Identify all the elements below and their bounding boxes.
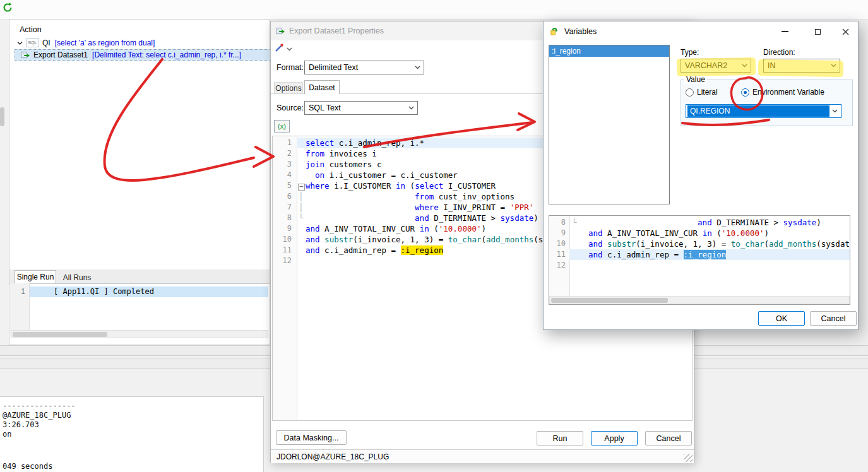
fold-margin [297, 138, 306, 148]
tree-node-label: QI [42, 38, 51, 47]
maximize-button[interactable] [809, 25, 826, 38]
source-dropdown[interactable]: SQL Text [304, 101, 418, 115]
literal-radio-label: Literal [697, 88, 718, 97]
close-button[interactable] [836, 25, 854, 38]
variable-list-item[interactable]: :i_region [549, 45, 669, 57]
line-number: 11 [549, 249, 569, 260]
chevron-down-icon [408, 106, 414, 110]
direction-label: Direction: [763, 48, 795, 57]
refresh-icon[interactable] [2, 2, 13, 13]
tab-all-runs[interactable]: All Runs [59, 271, 95, 283]
fold-margin [297, 170, 306, 180]
code-line: 10and substr(i_invoice, 1, 3) = to_char(… [549, 239, 850, 249]
tab-single-run[interactable]: Single Run [15, 270, 56, 283]
dropdown-caret-icon[interactable] [287, 44, 292, 53]
cancel-button[interactable]: Cancel [645, 431, 692, 445]
code-lines: 8└ and D_TERMINATE > sysdate)9and A_INV_… [549, 217, 850, 271]
cancel-button[interactable]: Cancel [810, 311, 857, 326]
line-number: 8 [273, 213, 297, 223]
direction-value: IN [768, 61, 776, 70]
environment-variable-value: QI.REGION [687, 105, 829, 117]
variables-titlebar[interactable]: Variables [544, 21, 858, 42]
environment-variable-radio[interactable]: Environment Variable [741, 88, 824, 97]
line-number: 4 [273, 170, 297, 180]
connection-status: JDORLON@AZURE_18C_PLUG [271, 451, 386, 463]
run-row[interactable]: [ App11.QI ] Completed [30, 286, 268, 297]
format-dropdown[interactable]: Delimited Text [304, 61, 424, 74]
radio-icon [686, 88, 694, 97]
fold-margin [297, 223, 306, 234]
code-line: 12 [549, 260, 850, 271]
run-list-hscrollbar [11, 330, 268, 338]
line-number: 6 [273, 191, 297, 202]
log-line: on [3, 430, 11, 439]
chevron-down-icon [415, 66, 420, 69]
data-masking-button[interactable]: Data Masking... [276, 430, 347, 445]
fold-margin: │ [297, 202, 306, 213]
properties-toolbar [275, 43, 292, 54]
run-tabs: Single Run All Runs [9, 269, 270, 284]
sql-preview-panel: 8└ and D_TERMINATE > sysdate)9and A_INV_… [549, 215, 850, 305]
line-number: 12 [273, 256, 297, 266]
run-list-hscrollbar-thumb[interactable] [13, 332, 107, 337]
line-number: 5 [273, 180, 297, 191]
run-button[interactable]: Run [537, 431, 583, 445]
type-dropdown[interactable]: VARCHAR2 [681, 59, 751, 73]
preview-hscrollbar-thumb[interactable] [551, 298, 668, 303]
line-number: 11 [273, 245, 297, 256]
literal-radio[interactable]: Literal [686, 88, 718, 97]
resize-grip[interactable] [684, 454, 693, 462]
format-value: Delimited Text [309, 63, 358, 72]
maximize-icon [815, 29, 821, 35]
line-number: 9 [273, 223, 297, 234]
line-number: 10 [273, 234, 297, 245]
minimize-icon [782, 31, 788, 32]
minimize-button[interactable] [776, 25, 794, 38]
value-groupbox [681, 80, 853, 126]
chevron-down-icon [832, 109, 838, 113]
log-line: @AZURE_18C_PLUG [3, 411, 71, 420]
apply-button[interactable]: Apply [591, 431, 638, 445]
fold-collapse-icon[interactable]: − [298, 184, 305, 191]
dialog-title: Variables [564, 27, 597, 36]
tree-node-export-dataset[interactable]: Export Dataset1 [Delimited Text: select … [15, 49, 275, 61]
close-icon [842, 28, 849, 35]
line-number: 9 [549, 228, 569, 239]
line-number: 2 [273, 148, 297, 159]
line-number: 12 [549, 260, 569, 271]
export-dataset-icon [21, 50, 30, 59]
fold-margin [297, 234, 306, 245]
fold-margin [297, 159, 306, 170]
direction-dropdown[interactable]: IN [763, 59, 840, 73]
environment-variable-dropdown[interactable]: QI.REGION [686, 104, 841, 118]
chevron-down-icon[interactable] [17, 41, 23, 45]
log-line: ---------------- [3, 401, 76, 410]
tree-node-qi[interactable]: SQL QI [select 'a' as region from dual] [9, 37, 277, 49]
fold-margin: − [297, 180, 306, 191]
source-value: SQL Text [309, 103, 341, 112]
output-log-panel: ---------------- @AZURE_18C_PLUG 3:26.70… [0, 396, 264, 472]
status-bar: JDORLON@AZURE_18C_PLUG [271, 449, 694, 463]
left-scrollbar-thumb[interactable] [0, 107, 4, 126]
ok-button[interactable]: OK [758, 311, 805, 326]
app-screen: Action SQL QI [select 'a' as region from… [0, 0, 868, 472]
wand-icon[interactable] [275, 43, 284, 54]
fold-margin [297, 148, 306, 159]
bind-variables-button[interactable]: (x) [274, 120, 290, 133]
variables-list[interactable]: :i_region [549, 45, 670, 204]
tab-dataset[interactable]: Dataset [304, 80, 340, 94]
line-number: 1 [273, 138, 297, 148]
fold-margin [297, 245, 306, 256]
runtime-text: 049 seconds [3, 462, 52, 471]
sql-icon: SQL [26, 38, 39, 47]
dialog-title: Export Dataset1 Properties [289, 27, 384, 35]
source-label: Source: [276, 103, 304, 112]
log-line: 3:26.703 [3, 420, 39, 429]
tab-options[interactable]: Options [274, 82, 303, 93]
tree-node-detail: [Delimited Text: select c.i_admin_rep, i… [92, 50, 241, 59]
fold-margin [297, 256, 306, 266]
variables-dialog: Variables :i_region Type: VARCHAR2 Direc… [543, 21, 859, 330]
format-label: Format: [276, 63, 304, 72]
fold-margin [569, 228, 588, 239]
preview-hscrollbar [549, 296, 850, 304]
